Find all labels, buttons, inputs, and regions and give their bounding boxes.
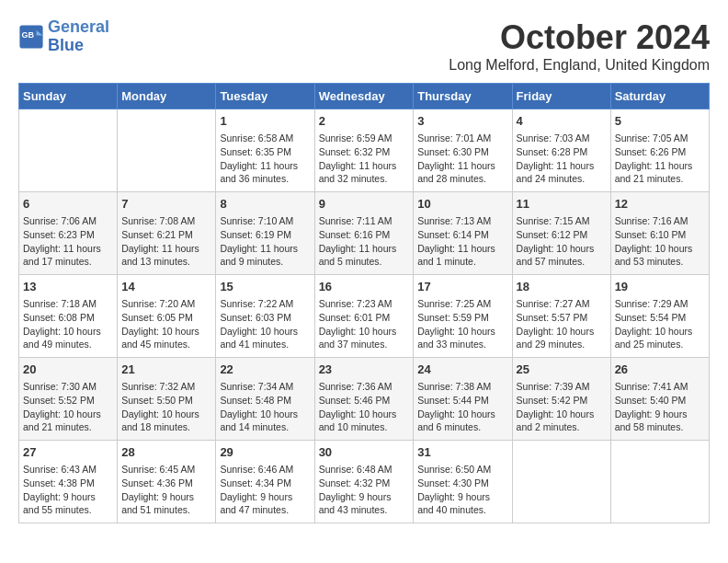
day-number: 30 <box>319 444 410 461</box>
day-info: Sunrise: 6:45 AM Sunset: 4:36 PM Dayligh… <box>121 463 211 517</box>
day-number: 29 <box>220 444 310 461</box>
day-info: Sunrise: 7:36 AM Sunset: 5:46 PM Dayligh… <box>319 380 410 434</box>
calendar-cell: 28Sunrise: 6:45 AM Sunset: 4:36 PM Dayli… <box>118 441 216 523</box>
day-number: 24 <box>417 362 507 378</box>
calendar-cell <box>19 109 118 192</box>
calendar-week-row: 13Sunrise: 7:18 AM Sunset: 6:08 PM Dayli… <box>19 275 710 358</box>
day-number: 27 <box>23 444 113 461</box>
day-info: Sunrise: 7:15 AM Sunset: 6:12 PM Dayligh… <box>517 214 607 269</box>
day-number: 21 <box>121 362 211 378</box>
day-number: 17 <box>417 279 507 295</box>
day-number: 5 <box>615 113 705 130</box>
day-info: Sunrise: 7:39 AM Sunset: 5:42 PM Dayligh… <box>517 380 607 434</box>
day-number: 16 <box>319 279 410 295</box>
day-of-week-header: Thursday <box>414 84 512 109</box>
day-info: Sunrise: 7:18 AM Sunset: 6:08 PM Dayligh… <box>23 297 113 351</box>
day-number: 20 <box>23 362 113 378</box>
day-number: 28 <box>121 444 211 461</box>
day-number: 13 <box>23 279 113 295</box>
day-number: 22 <box>220 362 310 378</box>
day-info: Sunrise: 7:10 AM Sunset: 6:19 PM Dayligh… <box>220 214 310 269</box>
calendar-body: 1Sunrise: 6:58 AM Sunset: 6:35 PM Daylig… <box>19 109 710 523</box>
day-of-week-header: Wednesday <box>314 84 414 109</box>
day-info: Sunrise: 7:41 AM Sunset: 5:40 PM Dayligh… <box>615 380 705 434</box>
calendar-cell: 26Sunrise: 7:41 AM Sunset: 5:40 PM Dayli… <box>610 358 709 441</box>
day-number: 6 <box>23 196 113 213</box>
logo: GB GeneralBlue <box>18 18 109 55</box>
svg-text:GB: GB <box>22 30 35 40</box>
calendar-cell: 24Sunrise: 7:38 AM Sunset: 5:44 PM Dayli… <box>414 358 512 441</box>
calendar-cell: 5Sunrise: 7:05 AM Sunset: 6:26 PM Daylig… <box>610 109 709 192</box>
day-number: 26 <box>615 362 705 378</box>
calendar-cell: 2Sunrise: 6:59 AM Sunset: 6:32 PM Daylig… <box>314 109 414 192</box>
calendar-cell: 16Sunrise: 7:23 AM Sunset: 6:01 PM Dayli… <box>314 275 414 358</box>
calendar-cell: 15Sunrise: 7:22 AM Sunset: 6:03 PM Dayli… <box>216 275 314 358</box>
location: Long Melford, England, United Kingdom <box>449 57 710 74</box>
day-info: Sunrise: 6:58 AM Sunset: 6:35 PM Dayligh… <box>220 132 310 186</box>
calendar-cell <box>610 441 709 523</box>
calendar-cell: 30Sunrise: 6:48 AM Sunset: 4:32 PM Dayli… <box>314 441 414 523</box>
day-info: Sunrise: 7:38 AM Sunset: 5:44 PM Dayligh… <box>417 380 507 434</box>
calendar-cell: 18Sunrise: 7:27 AM Sunset: 5:57 PM Dayli… <box>512 275 610 358</box>
day-of-week-header: Monday <box>118 84 216 109</box>
calendar-cell: 6Sunrise: 7:06 AM Sunset: 6:23 PM Daylig… <box>19 192 118 275</box>
calendar-cell: 14Sunrise: 7:20 AM Sunset: 6:05 PM Dayli… <box>118 275 216 358</box>
day-number: 3 <box>417 113 507 130</box>
day-number: 12 <box>615 196 705 213</box>
day-info: Sunrise: 7:05 AM Sunset: 6:26 PM Dayligh… <box>615 132 705 186</box>
calendar-cell: 22Sunrise: 7:34 AM Sunset: 5:48 PM Dayli… <box>216 358 314 441</box>
day-of-week-header: Friday <box>512 84 610 109</box>
day-info: Sunrise: 7:30 AM Sunset: 5:52 PM Dayligh… <box>23 380 113 434</box>
calendar-cell: 7Sunrise: 7:08 AM Sunset: 6:21 PM Daylig… <box>118 192 216 275</box>
calendar-cell: 11Sunrise: 7:15 AM Sunset: 6:12 PM Dayli… <box>512 192 610 275</box>
calendar-week-row: 20Sunrise: 7:30 AM Sunset: 5:52 PM Dayli… <box>19 358 710 441</box>
calendar-cell: 23Sunrise: 7:36 AM Sunset: 5:46 PM Dayli… <box>314 358 414 441</box>
day-number: 14 <box>121 279 211 295</box>
day-info: Sunrise: 7:13 AM Sunset: 6:14 PM Dayligh… <box>417 214 507 269</box>
day-info: Sunrise: 7:25 AM Sunset: 5:59 PM Dayligh… <box>417 297 507 351</box>
calendar-header: SundayMondayTuesdayWednesdayThursdayFrid… <box>19 84 710 109</box>
day-number: 2 <box>319 113 410 130</box>
calendar-cell: 17Sunrise: 7:25 AM Sunset: 5:59 PM Dayli… <box>414 275 512 358</box>
day-of-week-header: Tuesday <box>216 84 314 109</box>
day-info: Sunrise: 6:43 AM Sunset: 4:38 PM Dayligh… <box>23 463 113 517</box>
day-info: Sunrise: 6:48 AM Sunset: 4:32 PM Dayligh… <box>319 463 410 517</box>
day-number: 31 <box>417 444 507 461</box>
day-info: Sunrise: 6:50 AM Sunset: 4:30 PM Dayligh… <box>417 463 507 517</box>
day-number: 15 <box>220 279 310 295</box>
day-info: Sunrise: 7:32 AM Sunset: 5:50 PM Dayligh… <box>121 380 211 434</box>
day-number: 11 <box>517 196 607 213</box>
day-number: 19 <box>615 279 705 295</box>
day-info: Sunrise: 7:29 AM Sunset: 5:54 PM Dayligh… <box>615 297 705 351</box>
calendar-cell: 12Sunrise: 7:16 AM Sunset: 6:10 PM Dayli… <box>610 192 709 275</box>
month-title: October 2024 <box>449 18 710 57</box>
day-info: Sunrise: 7:34 AM Sunset: 5:48 PM Dayligh… <box>220 380 310 434</box>
day-info: Sunrise: 7:01 AM Sunset: 6:30 PM Dayligh… <box>417 132 507 186</box>
calendar-cell: 20Sunrise: 7:30 AM Sunset: 5:52 PM Dayli… <box>19 358 118 441</box>
calendar-cell: 29Sunrise: 6:46 AM Sunset: 4:34 PM Dayli… <box>216 441 314 523</box>
day-info: Sunrise: 7:16 AM Sunset: 6:10 PM Dayligh… <box>615 214 705 269</box>
day-info: Sunrise: 7:23 AM Sunset: 6:01 PM Dayligh… <box>319 297 410 351</box>
calendar-week-row: 1Sunrise: 6:58 AM Sunset: 6:35 PM Daylig… <box>19 109 710 192</box>
calendar-cell: 31Sunrise: 6:50 AM Sunset: 4:30 PM Dayli… <box>414 441 512 523</box>
logo-text: GeneralBlue <box>48 18 109 55</box>
calendar-cell: 10Sunrise: 7:13 AM Sunset: 6:14 PM Dayli… <box>414 192 512 275</box>
calendar-cell <box>118 109 216 192</box>
day-number: 8 <box>220 196 310 213</box>
calendar-week-row: 27Sunrise: 6:43 AM Sunset: 4:38 PM Dayli… <box>19 441 710 523</box>
day-number: 25 <box>517 362 607 378</box>
day-info: Sunrise: 7:22 AM Sunset: 6:03 PM Dayligh… <box>220 297 310 351</box>
day-info: Sunrise: 7:03 AM Sunset: 6:28 PM Dayligh… <box>517 132 607 186</box>
day-info: Sunrise: 7:20 AM Sunset: 6:05 PM Dayligh… <box>121 297 211 351</box>
day-number: 18 <box>517 279 607 295</box>
calendar-cell: 3Sunrise: 7:01 AM Sunset: 6:30 PM Daylig… <box>414 109 512 192</box>
day-info: Sunrise: 7:11 AM Sunset: 6:16 PM Dayligh… <box>319 214 410 269</box>
calendar-table: SundayMondayTuesdayWednesdayThursdayFrid… <box>18 83 710 523</box>
title-area: October 2024 Long Melford, England, Unit… <box>449 18 710 74</box>
calendar-cell: 25Sunrise: 7:39 AM Sunset: 5:42 PM Dayli… <box>512 358 610 441</box>
calendar-cell: 4Sunrise: 7:03 AM Sunset: 6:28 PM Daylig… <box>512 109 610 192</box>
day-of-week-header: Saturday <box>610 84 709 109</box>
day-info: Sunrise: 6:59 AM Sunset: 6:32 PM Dayligh… <box>319 132 410 186</box>
calendar-cell: 1Sunrise: 6:58 AM Sunset: 6:35 PM Daylig… <box>216 109 314 192</box>
day-number: 1 <box>220 113 310 130</box>
